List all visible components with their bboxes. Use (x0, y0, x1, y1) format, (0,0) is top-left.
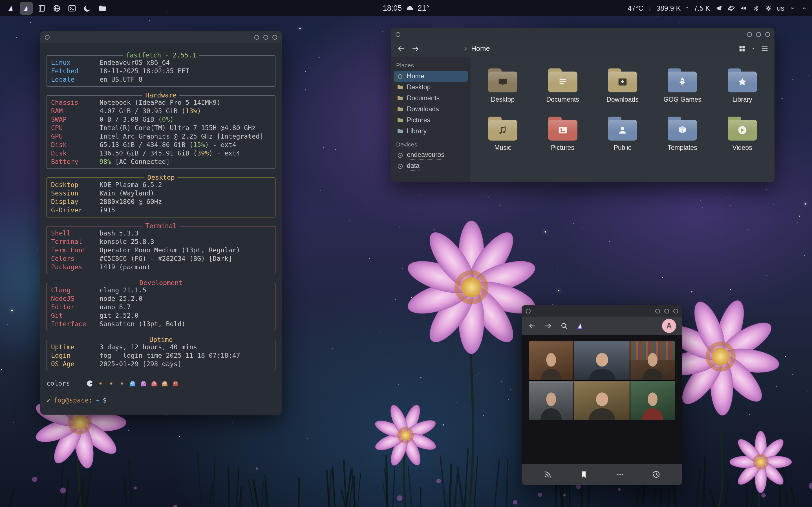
back-button[interactable] (528, 322, 536, 330)
maximize-button[interactable] (756, 32, 761, 37)
maximize-button[interactable] (263, 35, 268, 40)
keyboard-layout[interactable]: us (777, 4, 784, 12)
video-player[interactable] (529, 341, 675, 420)
minimize-button[interactable] (747, 32, 752, 37)
task-konsole[interactable] (20, 2, 33, 15)
search-button[interactable] (560, 322, 568, 330)
task-terminal[interactable] (65, 2, 79, 15)
webcam-person-silhouette (574, 386, 630, 420)
avatar[interactable]: A (662, 319, 676, 333)
close-button[interactable] (765, 32, 770, 37)
task-web-browser[interactable] (50, 2, 63, 15)
bluetooth-icon[interactable] (752, 4, 760, 12)
sidebar-item-documents[interactable]: Documents (394, 93, 468, 104)
folder-desktop[interactable]: Desktop (474, 68, 531, 103)
terminal-colors-row: colors (47, 379, 275, 388)
sidebar-device-endeavouros[interactable]: endeavouros (394, 150, 468, 161)
fastfetch-label: Colors (51, 255, 100, 263)
minimize-button[interactable] (254, 35, 259, 40)
more-options-button[interactable] (616, 470, 624, 479)
view-grid-button[interactable] (738, 45, 746, 53)
sidebar-item-home[interactable]: Home (394, 71, 468, 82)
sidebar-device-data[interactable]: data (394, 161, 468, 172)
pin-button[interactable] (396, 32, 400, 37)
folder-pictures[interactable]: Pictures (535, 116, 591, 152)
fastfetch-value-part: 1419 (pacman) (100, 263, 150, 271)
settings-icon[interactable] (765, 4, 772, 12)
fastfetch-value: Intel Arc Graphics @ 2.25 GHz [Integrate… (100, 132, 264, 140)
folder-music[interactable]: Music (474, 116, 531, 152)
sidebar-item-library[interactable]: Library (394, 126, 468, 136)
back-button[interactable] (397, 45, 405, 53)
folder-library[interactable]: Library (714, 68, 770, 103)
shell-prompt[interactable]: ✔fog@space:~$_ (47, 396, 275, 404)
task-file-manager[interactable] (96, 2, 109, 15)
endeavouros-logo-icon[interactable] (576, 322, 585, 330)
browser-content[interactable] (522, 335, 682, 464)
forward-button[interactable] (544, 322, 552, 330)
chevron-up-icon[interactable] (801, 5, 808, 11)
clock-widget[interactable]: 18:05 21° (383, 4, 429, 13)
menu-button[interactable] (760, 45, 769, 53)
chevron-down-icon[interactable] (789, 5, 796, 11)
sidebar-device-label: endeavouros (407, 151, 444, 160)
browser-titlebar[interactable] (522, 305, 682, 317)
telegram-tray-icon[interactable] (715, 4, 723, 12)
terminal-window[interactable]: fastfetch - 2.55.1LinuxEndeavourOS x86_6… (40, 31, 282, 414)
folder-public[interactable]: Public (594, 116, 651, 152)
task-book[interactable] (35, 2, 48, 15)
breadcrumb[interactable]: Home (462, 45, 490, 53)
caret-down-icon[interactable] (751, 46, 756, 51)
places-header: Places (396, 62, 465, 69)
breadcrumb-location[interactable]: Home (471, 45, 490, 53)
bookmark-button[interactable] (579, 470, 588, 479)
disk-icon (397, 152, 404, 159)
pin-button[interactable] (526, 309, 530, 314)
close-button[interactable] (673, 309, 678, 314)
browser-tray-icon[interactable] (727, 4, 735, 12)
minimize-button[interactable] (655, 309, 660, 314)
folder-icon (668, 120, 697, 140)
upload-arrow-icon: ↑ (686, 4, 689, 12)
task-night-color[interactable] (81, 2, 94, 15)
folder-row: MusicPicturesPublicTemplatesVideos (473, 116, 772, 152)
dolphin-toolbar: Home (391, 41, 774, 57)
fastfetch-value: Intel(R) Core(TM) Ultra 7 155H @4.80 GHz (100, 124, 256, 132)
forward-button[interactable] (411, 45, 420, 53)
file-manager-window[interactable]: Home Places HomeDesktopDocumentsDownload… (391, 28, 774, 182)
sidebar-item-downloads[interactable]: Downloads (394, 104, 468, 115)
sidebar-item-label: Pictures (407, 116, 430, 124)
browser-window[interactable]: A (522, 305, 682, 485)
sidebar-item-label: Documents (407, 94, 440, 102)
fastfetch-row: Loginfog - login time 2025-11-18 07:18:4… (51, 351, 271, 360)
fastfetch-label: Term Font (51, 246, 100, 255)
launcher-icon[interactable] (4, 2, 17, 15)
folder-templates[interactable]: Templates (654, 116, 711, 152)
close-button[interactable] (272, 35, 277, 40)
terminal-titlebar[interactable] (40, 31, 282, 43)
folder-downloads[interactable]: Downloads (594, 68, 651, 103)
ghost-glyph (150, 379, 158, 388)
sidebar-item-desktop[interactable]: Desktop (394, 82, 468, 93)
fastfetch-row: CPUIntel(R) Core(TM) Ultra 7 155H @4.80 … (51, 124, 271, 132)
folder-documents[interactable]: Documents (535, 68, 591, 103)
sidebar-item-label: Library (407, 127, 426, 135)
fastfetch-value-part: 13% (186, 107, 197, 115)
clock-time[interactable]: 18:05 (383, 4, 402, 13)
folder-videos[interactable]: Videos (714, 116, 770, 152)
folder-gog-games[interactable]: GOG Games (654, 68, 711, 103)
fastfetch-value: bash 5.3.3 (100, 229, 139, 237)
devices-list: endeavourosdata (394, 150, 468, 172)
folder-icon (548, 120, 577, 140)
maximize-button[interactable] (664, 309, 669, 314)
history-button[interactable] (652, 470, 661, 479)
fastfetch-row: Gitgit 2.52.0 (51, 311, 271, 320)
volume-icon[interactable] (740, 4, 748, 12)
feed-button[interactable] (543, 470, 552, 479)
video-tile (574, 341, 630, 380)
dolphin-titlebar[interactable] (391, 28, 774, 41)
weather-temp[interactable]: 21° (417, 4, 429, 13)
sidebar-item-pictures[interactable]: Pictures (394, 115, 468, 126)
pin-button[interactable] (45, 35, 50, 40)
webcam-person-silhouette (529, 346, 573, 380)
